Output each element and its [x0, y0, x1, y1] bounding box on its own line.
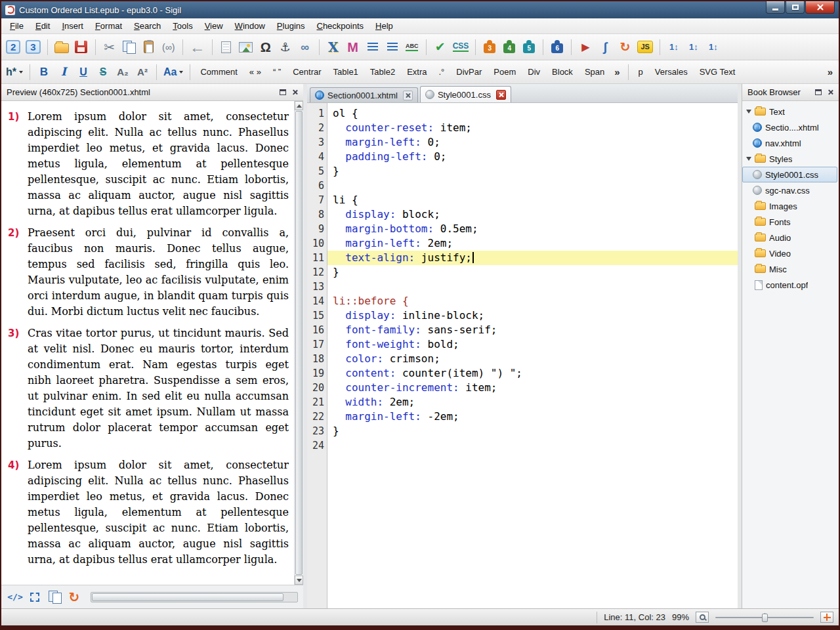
insert-special-character-icon[interactable]: Ω: [257, 37, 275, 57]
insert-id-icon[interactable]: ⚓: [276, 37, 295, 57]
clip-dot-degree-button[interactable]: .°: [434, 64, 450, 81]
index-editor-icon[interactable]: [383, 37, 402, 57]
book-browser-float-button[interactable]: [812, 87, 824, 98]
clip-block-button[interactable]: Block: [547, 64, 578, 81]
tree-item-video[interactable]: Video: [742, 245, 837, 261]
menu-item-help[interactable]: Help: [369, 18, 399, 33]
preview-vertical-scrollbar[interactable]: [294, 101, 303, 585]
title-bar[interactable]: Custom Ordered List.epub - epub3.0 - Sig…: [1, 1, 839, 18]
tree-item-nav-xhtml[interactable]: nav.xhtml: [742, 135, 837, 151]
clip-centrar-button[interactable]: Centrar: [287, 64, 326, 81]
code-line-10[interactable]: margin-left: 2em;: [327, 236, 738, 251]
preview-close-button[interactable]: [289, 87, 301, 98]
pdf-preview-icon[interactable]: ▶: [576, 37, 595, 57]
code-body[interactable]: ol { counter-reset: item; margin-left: 0…: [327, 103, 738, 608]
code-line-18[interactable]: color: crimson;: [327, 352, 738, 366]
copy-preview-icon[interactable]: [46, 589, 63, 606]
clip-divpar-button[interactable]: DivPar: [451, 64, 487, 81]
scroll-up-button[interactable]: [295, 101, 303, 110]
plugin-5-icon[interactable]: 5: [520, 37, 538, 57]
code-line-21[interactable]: width: 2em;: [327, 395, 738, 410]
minimize-button[interactable]: [766, 1, 785, 14]
preview-horizontal-scrollbar[interactable]: [91, 592, 298, 602]
tree-item-style0001-css[interactable]: Style0001.css: [742, 167, 837, 182]
code-line-1[interactable]: ol {: [327, 106, 738, 121]
tree-item-sgc-nav-css[interactable]: sgc-nav.css: [742, 182, 837, 198]
code-line-4[interactable]: padding-left: 0;: [327, 150, 738, 164]
insert-image-icon[interactable]: [237, 37, 255, 57]
clip-svg-text-button[interactable]: SVG Text: [694, 64, 741, 81]
menu-item-format[interactable]: Format: [89, 18, 128, 33]
tab-close-button[interactable]: [496, 90, 506, 100]
toc-editor-icon[interactable]: [364, 37, 382, 57]
zoom-slider[interactable]: [715, 612, 814, 623]
save-file-icon[interactable]: [72, 37, 91, 57]
code-line-19[interactable]: content: counter(item) ") ";: [327, 366, 738, 381]
paste-icon[interactable]: [140, 37, 158, 57]
zoom-slider-handle[interactable]: [762, 614, 768, 622]
scrollbar-thumb[interactable]: [92, 593, 284, 601]
wellformed-check-icon[interactable]: ✔: [431, 37, 450, 57]
renumber-list-3-icon[interactable]: 1↕: [704, 37, 723, 57]
clip-poem-button[interactable]: Poem: [488, 64, 521, 81]
code-line-3[interactable]: margin-left: 0;: [327, 135, 738, 150]
heading-style-button[interactable]: h*: [4, 62, 25, 82]
code-line-6[interactable]: [327, 178, 738, 193]
code-line-17[interactable]: font-weight: bold;: [327, 337, 738, 352]
tree-item-content-opf[interactable]: content.opf: [742, 277, 837, 293]
menu-item-view[interactable]: View: [199, 18, 229, 33]
code-line-5[interactable]: }: [327, 164, 738, 178]
scroll-down-button[interactable]: [295, 576, 303, 585]
maximize-button[interactable]: [786, 1, 805, 14]
zoom-in-button[interactable]: [820, 612, 833, 623]
menu-item-window[interactable]: Window: [229, 18, 271, 33]
copy-icon[interactable]: [120, 37, 138, 57]
menu-item-insert[interactable]: Insert: [56, 18, 89, 33]
clip-p-button[interactable]: p: [633, 64, 648, 81]
tree-item-images[interactable]: Images: [742, 198, 837, 214]
spellcheck-icon[interactable]: ABC: [403, 37, 421, 57]
underline-button[interactable]: U: [74, 62, 93, 82]
strikethrough-button[interactable]: S: [94, 62, 112, 82]
tree-item-audio[interactable]: Audio: [742, 230, 837, 245]
javascript-icon[interactable]: JS: [635, 37, 654, 57]
tree-item-misc[interactable]: Misc: [742, 261, 837, 277]
clips2-overflow-button[interactable]: »: [824, 66, 836, 77]
tree-item-styles[interactable]: Styles: [742, 151, 837, 167]
clip-comment-button[interactable]: Comment: [195, 64, 242, 81]
tab-style0001-css[interactable]: Style0001.css: [420, 86, 511, 102]
back-icon[interactable]: ←: [188, 37, 207, 57]
new-epub2-icon[interactable]: 2: [4, 37, 22, 57]
tree-item-fonts[interactable]: Fonts: [742, 214, 837, 230]
tab-close-button[interactable]: [403, 91, 413, 100]
book-browser-close-button[interactable]: [824, 87, 836, 98]
code-line-13[interactable]: [327, 280, 738, 294]
plugin-4-icon[interactable]: 4: [500, 37, 518, 57]
tab-section0001-xhtml[interactable]: Section0001.xhtml: [310, 87, 418, 102]
reformat-html-icon[interactable]: ∫: [596, 37, 614, 57]
find-replace-icon[interactable]: X: [324, 37, 343, 57]
metadata-editor-icon[interactable]: M: [344, 37, 362, 57]
tree-item-sectio-xhtml[interactable]: Sectio....xhtml: [742, 119, 837, 135]
code-line-8[interactable]: display: block;: [327, 207, 738, 222]
change-case-button[interactable]: Aa: [161, 62, 185, 82]
code-line-7[interactable]: li {: [327, 193, 738, 207]
menu-item-file[interactable]: File: [4, 18, 30, 33]
clips-overflow-button[interactable]: »: [611, 66, 623, 77]
bold-button[interactable]: B: [35, 62, 53, 82]
plugin-3-icon[interactable]: 3: [480, 37, 499, 57]
preview-float-button[interactable]: [277, 87, 289, 98]
code-line-22[interactable]: margin-left: -2em;: [327, 410, 738, 424]
cut-icon[interactable]: ✂: [100, 37, 119, 57]
clip-span-button[interactable]: Span: [579, 64, 610, 81]
superscript-button[interactable]: A²: [133, 62, 152, 82]
close-button[interactable]: [805, 1, 835, 14]
insert-file-icon[interactable]: [217, 37, 236, 57]
clip-table2-button[interactable]: Table2: [365, 64, 400, 81]
subscript-button[interactable]: A₂: [114, 62, 132, 82]
clip-extra-button[interactable]: Extra: [402, 64, 432, 81]
preview-content[interactable]: 1)Lorem ipsum dolor sit amet, consectetu…: [1, 101, 294, 585]
refresh-preview-icon[interactable]: ↻: [66, 589, 83, 606]
clip-versales-button[interactable]: Versales: [650, 64, 693, 81]
scrollbar-thumb[interactable]: [295, 111, 303, 575]
